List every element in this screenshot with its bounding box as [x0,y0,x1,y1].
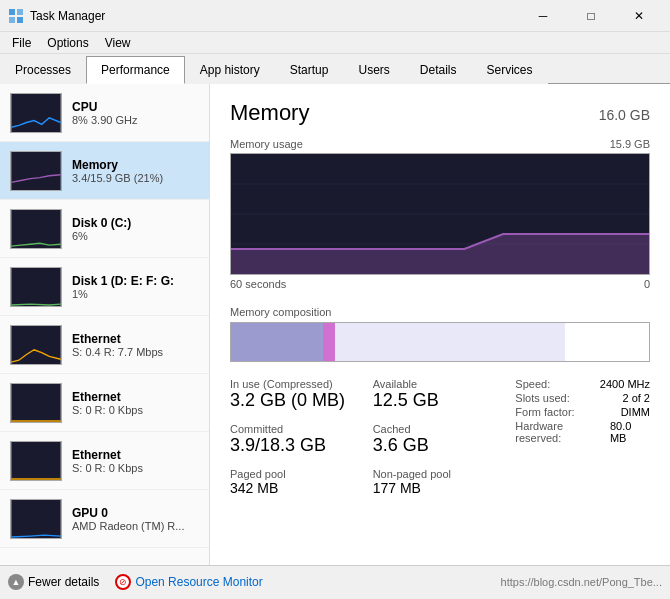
spec-speed: Speed: 2400 MHz [515,378,650,390]
in-use-label: In use (Compressed) [230,378,365,390]
title-bar-icon [8,8,24,24]
menu-options[interactable]: Options [39,34,96,52]
fewer-details-label: Fewer details [28,575,99,589]
close-button[interactable]: ✕ [616,0,662,32]
chevron-up-icon: ▲ [8,574,24,590]
menu-bar: File Options View [0,32,670,54]
ethernet3-info: Ethernet S: 0 R: 0 Kbps [72,448,199,474]
cpu-mini-graph [10,93,62,133]
ethernet1-mini-graph [10,325,62,365]
memory-info: Memory 3.4/15.9 GB (21%) [72,158,199,184]
cpu-value: 8% 3.90 GHz [72,114,199,126]
tab-details[interactable]: Details [405,56,472,84]
maximize-button[interactable]: □ [568,0,614,32]
memory-value: 3.4/15.9 GB (21%) [72,172,199,184]
composition-bar [230,322,650,362]
ethernet1-info: Ethernet S: 0.4 R: 7.7 Mbps [72,332,199,358]
sidebar-item-disk0[interactable]: Disk 0 (C:) 6% [0,200,209,258]
ethernet3-mini-graph [10,441,62,481]
disk1-info: Disk 1 (D: E: F: G: 1% [72,274,199,300]
svg-rect-3 [17,17,23,23]
in-use-value: 3.2 GB (0 MB) [230,390,365,411]
left-panel: CPU 8% 3.90 GHz Memory 3.4/15.9 GB (21%) [0,84,210,565]
ethernet3-label: Ethernet [72,448,199,462]
stat-nonpaged-pool: Non-paged pool 177 MB [373,468,508,496]
form-factor-label: Form factor: [515,406,574,418]
tab-performance[interactable]: Performance [86,56,185,84]
minimize-button[interactable]: ─ [520,0,566,32]
cached-value: 3.6 GB [373,435,508,456]
chart-label-row: Memory usage 15.9 GB [230,138,650,150]
disk1-value: 1% [72,288,199,300]
speed-value: 2400 MHz [600,378,650,390]
ethernet2-info: Ethernet S: 0 R: 0 Kbps [72,390,199,416]
stats-grid: In use (Compressed) 3.2 GB (0 MB) Availa… [230,378,650,496]
memory-header: Memory 16.0 GB [230,100,650,126]
chart-time-end: 0 [644,278,650,290]
tab-startup[interactable]: Startup [275,56,344,84]
spec-form-factor: Form factor: DIMM [515,406,650,418]
sidebar-item-cpu[interactable]: CPU 8% 3.90 GHz [0,84,209,142]
memory-total: 16.0 GB [599,107,650,123]
paged-pool-label: Paged pool [230,468,365,480]
specs-group: Speed: 2400 MHz Slots used: 2 of 2 Form … [515,378,650,496]
right-panel: Memory 16.0 GB Memory usage 15.9 GB [210,84,670,565]
ethernet1-label: Ethernet [72,332,199,346]
spec-slots: Slots used: 2 of 2 [515,392,650,404]
gpu0-info: GPU 0 AMD Radeon (TM) R... [72,506,199,532]
stat-in-use: In use (Compressed) 3.2 GB (0 MB) [230,378,365,411]
open-monitor-label: Open Resource Monitor [135,575,262,589]
sidebar-item-memory[interactable]: Memory 3.4/15.9 GB (21%) [0,142,209,200]
cpu-info: CPU 8% 3.90 GHz [72,100,199,126]
tab-processes[interactable]: Processes [0,56,86,84]
nonpaged-pool-value: 177 MB [373,480,508,496]
stat-available: Available 12.5 GB [373,378,508,411]
chart-time-row: 60 seconds 0 [230,278,650,290]
svg-rect-10 [11,442,60,480]
tab-services[interactable]: Services [472,56,548,84]
memory-usage-chart [230,153,650,275]
sidebar-item-ethernet1[interactable]: Ethernet S: 0.4 R: 7.7 Mbps [0,316,209,374]
cpu-label: CPU [72,100,199,114]
tab-users[interactable]: Users [343,56,404,84]
open-resource-monitor-button[interactable]: ⊘ Open Resource Monitor [115,574,262,590]
sidebar-item-gpu0[interactable]: GPU 0 AMD Radeon (TM) R... [0,490,209,548]
spec-hw-reserved: Hardware reserved: 80.0 MB [515,420,650,444]
menu-file[interactable]: File [4,34,39,52]
stat-cached: Cached 3.6 GB [373,423,508,456]
svg-rect-8 [11,326,60,364]
svg-rect-5 [11,152,60,190]
menu-view[interactable]: View [97,34,139,52]
svg-rect-7 [11,268,60,306]
comp-free [565,323,649,361]
tab-app-history[interactable]: App history [185,56,275,84]
svg-rect-4 [11,94,60,132]
ethernet2-mini-graph [10,383,62,423]
sidebar-item-disk1[interactable]: Disk 1 (D: E: F: G: 1% [0,258,209,316]
disk0-info: Disk 0 (C:) 6% [72,216,199,242]
committed-label: Committed [230,423,365,435]
memory-label: Memory [72,158,199,172]
usage-chart-section: Memory usage 15.9 GB 60 seconds [230,138,650,290]
window-controls: ─ □ ✕ [520,0,662,32]
committed-value: 3.9/18.3 GB [230,435,365,456]
sidebar-item-ethernet2[interactable]: Ethernet S: 0 R: 0 Kbps [0,374,209,432]
hw-reserved-label: Hardware reserved: [515,420,610,444]
svg-rect-1 [17,9,23,15]
ethernet2-label: Ethernet [72,390,199,404]
chart-time-start: 60 seconds [230,278,286,290]
bottom-left: ▲ Fewer details ⊘ Open Resource Monitor [8,574,263,590]
stat-committed: Committed 3.9/18.3 GB [230,423,365,456]
slots-value: 2 of 2 [622,392,650,404]
svg-rect-0 [9,9,15,15]
available-label: Available [373,378,508,390]
svg-rect-9 [11,384,60,422]
sidebar-item-ethernet3[interactable]: Ethernet S: 0 R: 0 Kbps [0,432,209,490]
composition-label: Memory composition [230,306,650,318]
svg-rect-6 [11,210,60,248]
disk1-mini-graph [10,267,62,307]
paged-pool-value: 342 MB [230,480,365,496]
main-content: CPU 8% 3.90 GHz Memory 3.4/15.9 GB (21%) [0,84,670,565]
fewer-details-button[interactable]: ▲ Fewer details [8,574,99,590]
hw-reserved-value: 80.0 MB [610,420,650,444]
